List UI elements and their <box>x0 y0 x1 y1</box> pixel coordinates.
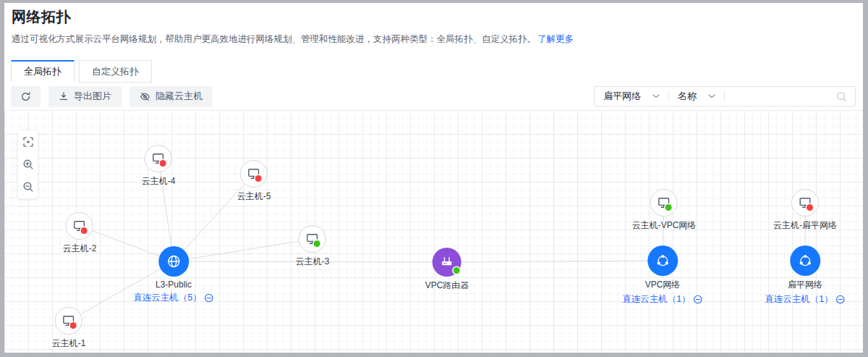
status-badge <box>314 240 320 247</box>
node-host-3[interactable]: 云主机-3 <box>296 225 330 268</box>
status-badge <box>160 160 166 167</box>
node-label: 云主机-1 <box>52 337 86 350</box>
eye-off-icon <box>140 91 150 102</box>
node-host-1[interactable]: 云主机-1 <box>52 307 86 350</box>
monitor-icon <box>66 212 93 240</box>
router-icon <box>433 248 461 277</box>
monitor-icon <box>145 145 172 172</box>
minus-circle-icon[interactable] <box>205 293 214 303</box>
export-image-button[interactable]: 导出图片 <box>48 86 122 107</box>
search-field-select[interactable]: 名称 <box>669 90 724 103</box>
search-input[interactable] <box>725 91 828 102</box>
tab-bar: 全局拓扑 自定义拓扑 <box>11 60 152 83</box>
node-label: 云主机-4 <box>142 175 176 188</box>
download-icon <box>59 91 69 101</box>
search-icon[interactable] <box>828 91 855 102</box>
status-badge <box>454 267 460 274</box>
zoom-out-icon[interactable] <box>22 180 35 193</box>
status-badge <box>665 204 672 211</box>
node-l3-public[interactable]: L3-Public 直连云主机（5） <box>133 246 213 304</box>
monitor-icon <box>55 307 82 335</box>
node-label: 云主机-2 <box>63 243 97 255</box>
page-description: 通过可视化方式展示云平台网络规划，帮助用户更高效地进行网络规划、管理和性能改进，… <box>12 33 834 46</box>
node-flat-network[interactable]: 扁平网络 直连云主机（1） <box>765 245 845 306</box>
monitor-icon <box>650 189 678 217</box>
node-label: 云主机-扁平网络 <box>773 219 837 232</box>
node-label: 云主机-VPC网络 <box>632 219 697 232</box>
status-badge <box>81 227 88 234</box>
toolbar-left-group: 导出图片 隐藏云主机 <box>11 86 213 107</box>
tab-custom-topology[interactable]: 自定义拓扑 <box>79 60 152 83</box>
monitor-icon <box>791 189 819 217</box>
globe-icon <box>158 246 189 277</box>
refresh-button[interactable] <box>11 86 41 107</box>
node-label: VPC网络 <box>645 279 681 291</box>
node-label: VPC路由器 <box>425 280 469 292</box>
node-label: 云主机-5 <box>237 190 271 203</box>
topology-edges <box>4 110 863 353</box>
node-host-flat-network[interactable]: 云主机-扁平网络 <box>773 189 837 232</box>
zoom-in-icon[interactable] <box>22 158 35 171</box>
share-network-icon <box>790 245 820 276</box>
page-description-text: 通过可视化方式展示云平台网络规划，帮助用户更高效地进行网络规划、管理和性能改进，… <box>12 34 536 44</box>
canvas-controls <box>18 130 38 198</box>
node-vpc-router[interactable]: VPC路由器 <box>425 248 469 292</box>
connected-hosts-link[interactable]: 直连云主机（1） <box>765 293 845 306</box>
status-badge <box>255 175 262 182</box>
node-vpc-network[interactable]: VPC网络 直连云主机（1） <box>622 245 702 306</box>
monitor-icon <box>299 225 326 253</box>
node-host-5[interactable]: 云主机-5 <box>237 160 271 203</box>
minus-circle-icon[interactable] <box>836 295 846 304</box>
network-type-select[interactable]: 扁平网络 <box>595 90 668 103</box>
tab-label: 自定义拓扑 <box>92 65 139 78</box>
node-host-vpc-network[interactable]: 云主机-VPC网络 <box>632 189 697 232</box>
connected-hosts-link[interactable]: 直连云主机（5） <box>133 292 213 304</box>
refresh-icon <box>20 91 31 102</box>
fit-view-icon[interactable] <box>22 135 35 148</box>
chevron-down-icon <box>652 94 660 98</box>
tab-label: 全局拓扑 <box>24 65 61 78</box>
minus-circle-icon[interactable] <box>694 295 703 304</box>
status-badge <box>807 204 813 211</box>
topology-canvas[interactable]: L3-Public 直连云主机（5） 云主机-1 云主机-2 <box>4 110 863 353</box>
node-host-2[interactable]: 云主机-2 <box>63 212 97 255</box>
page-title: 网络拓扑 <box>12 7 71 27</box>
network-topology-page: 网络拓扑 通过可视化方式展示云平台网络规划，帮助用户更高效地进行网络规划、管理和… <box>4 3 863 353</box>
status-badge <box>70 322 77 329</box>
tab-global-topology[interactable]: 全局拓扑 <box>11 60 75 83</box>
share-network-icon <box>647 245 678 276</box>
topology-search-group: 扁平网络 名称 <box>594 86 856 106</box>
node-host-4[interactable]: 云主机-4 <box>142 145 176 188</box>
hide-hosts-label: 隐藏云主机 <box>156 90 203 103</box>
search-field-value: 名称 <box>678 90 697 103</box>
node-label: 扁平网络 <box>788 279 822 291</box>
chevron-down-icon <box>708 94 715 98</box>
connected-hosts-text: 直连云主机（5） <box>133 292 201 304</box>
node-label: 云主机-3 <box>296 256 330 268</box>
connected-hosts-link[interactable]: 直连云主机（1） <box>622 293 702 306</box>
toolbar: 导出图片 隐藏云主机 扁平网络 名称 <box>11 85 856 107</box>
network-type-value: 扁平网络 <box>603 90 641 103</box>
monitor-icon <box>240 160 268 188</box>
node-label: L3-Public <box>156 280 192 290</box>
connected-hosts-text: 直连云主机（1） <box>765 293 833 306</box>
learn-more-link[interactable]: 了解更多 <box>537 34 574 44</box>
hide-hosts-button[interactable]: 隐藏云主机 <box>129 86 213 107</box>
export-image-label: 导出图片 <box>74 90 111 103</box>
connected-hosts-text: 直连云主机（1） <box>622 293 690 306</box>
